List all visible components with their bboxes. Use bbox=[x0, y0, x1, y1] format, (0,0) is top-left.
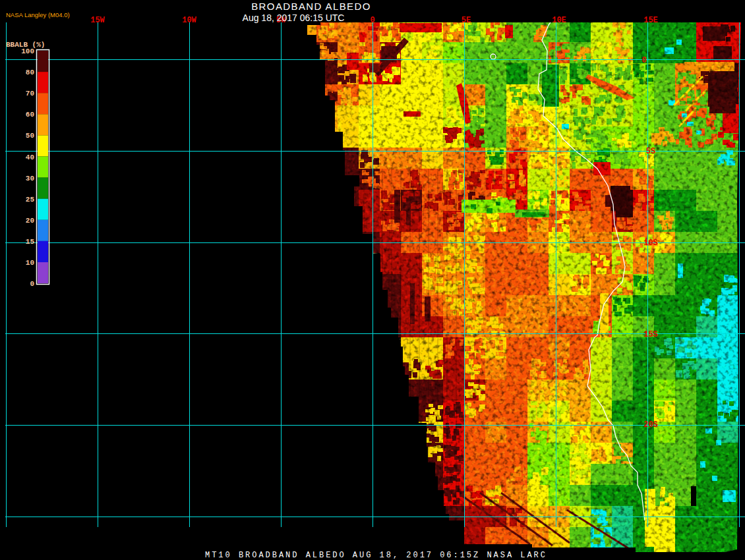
svg-text:10E: 10E bbox=[552, 16, 566, 25]
svg-text:BROADBAND ALBEDO: BROADBAND ALBEDO bbox=[251, 1, 371, 12]
svg-text:Aug 18, 2017 06:15 UTC: Aug 18, 2017 06:15 UTC bbox=[243, 13, 345, 23]
svg-text:50: 50 bbox=[26, 132, 34, 140]
svg-text:25: 25 bbox=[26, 196, 35, 204]
svg-text:NASA Langley (M04.0): NASA Langley (M04.0) bbox=[6, 11, 70, 18]
svg-text:40: 40 bbox=[26, 154, 34, 161]
svg-text:10W: 10W bbox=[182, 16, 196, 25]
svg-text:15S: 15S bbox=[643, 330, 658, 339]
svg-text:15W: 15W bbox=[90, 16, 105, 25]
svg-text:15: 15 bbox=[26, 238, 35, 246]
svg-text:60: 60 bbox=[26, 111, 34, 119]
svg-text:10: 10 bbox=[26, 259, 34, 267]
svg-text:5E: 5E bbox=[462, 16, 471, 25]
svg-text:70: 70 bbox=[26, 90, 34, 98]
svg-text:10S: 10S bbox=[643, 238, 658, 248]
svg-text:80: 80 bbox=[26, 69, 34, 76]
svg-text:20S: 20S bbox=[643, 420, 658, 430]
svg-text:15E: 15E bbox=[643, 16, 658, 25]
svg-text:5S: 5S bbox=[646, 147, 655, 156]
svg-text:30: 30 bbox=[26, 175, 34, 182]
svg-text:MT10 BROADBAND ALBEDO AUG 1: MT10 BROADBAND ALBEDO AUG 18, 2017 06:15… bbox=[205, 551, 545, 560]
svg-text:0: 0 bbox=[641, 56, 646, 65]
svg-text:0: 0 bbox=[30, 280, 34, 288]
svg-text:0: 0 bbox=[370, 16, 374, 25]
svg-text:20: 20 bbox=[26, 217, 34, 225]
svg-text:100: 100 bbox=[21, 47, 34, 55]
